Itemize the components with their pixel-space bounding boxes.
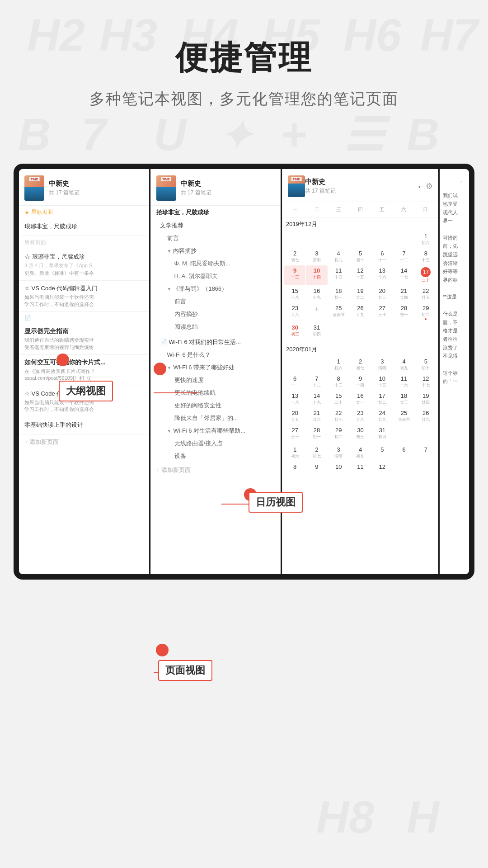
- outline-item[interactable]: 降低来自「邻居家」的...: [151, 412, 281, 425]
- outline-item[interactable]: 设备: [151, 450, 281, 462]
- cal-cell[interactable]: 25圣诞节: [393, 408, 414, 425]
- cal-cell[interactable]: 13十六: [371, 265, 393, 285]
- cal-cell[interactable]: 22廿五: [415, 286, 436, 302]
- cal-cell[interactable]: 28初一: [306, 425, 327, 442]
- cal-cell[interactable]: 4初九: [393, 356, 414, 373]
- cal-cell[interactable]: 16廿一: [350, 391, 371, 407]
- outline-file-item[interactable]: 📄Wi-Fi 6 对我们的日常生活...: [151, 336, 281, 349]
- list-item[interactable]: ☆ VS Code 代码编辑器入门 如果当电脑只能装一个软件还需学习工作时，不知…: [19, 281, 149, 312]
- cal-cell[interactable]: 9十四: [350, 373, 371, 390]
- back-arrow[interactable]: ←: [443, 175, 466, 188]
- cal-cell[interactable]: 23廿六: [284, 303, 305, 322]
- cal-cell[interactable]: [284, 231, 305, 248]
- cal-cell[interactable]: 14十七: [393, 265, 414, 285]
- cal-cell[interactable]: 8: [284, 462, 305, 472]
- cal-cell[interactable]: 4初九: [350, 444, 371, 461]
- cal-cell[interactable]: 21廿六: [306, 408, 327, 425]
- cal-cell[interactable]: 8十三: [415, 248, 436, 265]
- outline-item[interactable]: ▼Wi-Fi 6 对生活有哪些帮助...: [151, 425, 281, 437]
- list-item[interactable]: 琅琊非宝，尺牍成珍: [19, 219, 149, 236]
- cal-cell[interactable]: 5初十: [415, 356, 436, 373]
- cal-cell[interactable]: 17廿二: [371, 391, 393, 407]
- cal-cell[interactable]: 11十六: [393, 373, 414, 390]
- list-item[interactable]: 显示器完全指南 我们通过自己的眼睛感受现实世受着毫无束缚的视野与绚烂缤纷: [19, 324, 149, 355]
- cal-cell[interactable]: 8十三: [328, 373, 349, 390]
- outline-item[interactable]: H. A. 别尔嘉耶夫: [151, 270, 281, 283]
- cal-cell[interactable]: 26廿九: [350, 303, 371, 322]
- cal-cell[interactable]: 13十八: [284, 391, 305, 407]
- cal-cell[interactable]: [306, 356, 327, 373]
- outline-item[interactable]: ▼内容摘抄: [151, 245, 281, 257]
- cal-cell[interactable]: 6: [393, 444, 414, 461]
- cal-cell[interactable]: 12: [371, 462, 393, 472]
- cal-cell[interactable]: 23廿八: [350, 408, 371, 425]
- add-page-button-2[interactable]: + 添加新页面: [151, 462, 281, 478]
- add-page-button-1[interactable]: + 添加新页面: [19, 434, 149, 450]
- cal-cell[interactable]: 7: [415, 444, 436, 461]
- list-item[interactable]: 零基础快读上手的设计: [19, 417, 149, 434]
- cal-cell[interactable]: 18廿一: [328, 286, 349, 302]
- outline-item[interactable]: ▼《罪与罚》（1866）: [151, 283, 281, 295]
- outline-item[interactable]: 更好的网络安全性: [151, 399, 281, 412]
- cal-cell[interactable]: 12十七: [415, 373, 436, 390]
- cal-cell[interactable]: 16十九: [306, 286, 327, 302]
- cal-cell[interactable]: 7十二: [306, 373, 327, 390]
- outline-item[interactable]: 前言: [151, 295, 281, 308]
- cal-cell[interactable]: 1初六: [415, 231, 436, 248]
- cal-cell[interactable]: 10十五: [371, 373, 393, 390]
- cal-cell[interactable]: 9: [306, 462, 327, 472]
- cal-cell[interactable]: 10: [328, 462, 349, 472]
- cal-cell[interactable]: 3清明: [306, 248, 327, 265]
- cal-cell[interactable]: 11: [350, 462, 371, 472]
- cal-cell[interactable]: 18廿三: [393, 391, 414, 407]
- outline-item[interactable]: 无线路由器/接入点: [151, 437, 281, 450]
- cal-cell[interactable]: 6十一: [284, 373, 305, 390]
- cal-cell[interactable]: 29初二: [415, 303, 436, 322]
- cal-add-btn[interactable]: +: [306, 303, 327, 322]
- cal-cell[interactable]: 24廿九: [371, 408, 393, 425]
- cal-cell[interactable]: 29初二: [328, 425, 349, 442]
- outline-item[interactable]: Wi-Fi 6 是什么？: [151, 349, 281, 361]
- cal-cell[interactable]: 22廿七: [328, 408, 349, 425]
- settings-icon[interactable]: ⚙: [426, 181, 433, 191]
- cal-cell[interactable]: 25圣诞节: [328, 303, 349, 322]
- cal-cell[interactable]: [284, 356, 305, 373]
- cal-cell-today[interactable]: 17 二十: [415, 265, 436, 285]
- cal-cell[interactable]: [328, 231, 349, 248]
- cal-cell[interactable]: 14十九: [306, 391, 327, 407]
- outline-item[interactable]: Φ. M. 陀思妥耶夫斯...: [151, 257, 281, 270]
- cal-cell[interactable]: 1初六: [328, 356, 349, 373]
- cal-cell[interactable]: 3清明: [328, 444, 349, 461]
- cal-cell[interactable]: 2初七: [306, 444, 327, 461]
- cal-cell[interactable]: 31初四: [371, 425, 393, 442]
- cal-cell[interactable]: 3清明: [371, 356, 393, 373]
- cal-cell[interactable]: 20廿三: [371, 286, 393, 302]
- cal-cell[interactable]: 27三十: [284, 425, 305, 442]
- cal-cell[interactable]: [350, 231, 371, 248]
- cal-cell[interactable]: 2初七: [284, 248, 305, 265]
- cal-cell[interactable]: 19廿四: [415, 391, 436, 407]
- cal-cell[interactable]: 31初四: [306, 322, 327, 339]
- outline-item[interactable]: 内容摘抄: [151, 308, 281, 321]
- cal-cell[interactable]: 7十二: [393, 248, 414, 265]
- list-item[interactable]: ☆ 琅琊非宝，尺牍成珍 3 月 4 日，苹果发布了《App S 更新。新版《标准…: [19, 249, 149, 281]
- outline-item[interactable]: 阅读总结: [151, 321, 281, 333]
- cal-cell[interactable]: 20廿五: [284, 408, 305, 425]
- cal-cell[interactable]: 9十三: [284, 265, 305, 285]
- cal-cell[interactable]: 2初七: [350, 356, 371, 373]
- back-nav-icon[interactable]: ←: [417, 181, 426, 192]
- cal-cell[interactable]: [371, 231, 393, 248]
- cal-cell[interactable]: 6十一: [371, 248, 393, 265]
- cal-cell[interactable]: 21廿四: [393, 286, 414, 302]
- cal-cell[interactable]: 27三十: [371, 303, 393, 322]
- cal-cell[interactable]: 5: [371, 444, 393, 461]
- cal-cell[interactable]: 10十四: [306, 265, 327, 285]
- outline-item[interactable]: ▼Wi-Fi 6 带来了哪些好处: [151, 361, 281, 374]
- cal-cell[interactable]: 30初三: [350, 425, 371, 442]
- cal-cell[interactable]: [306, 231, 327, 248]
- outline-item[interactable]: 更快的速度: [151, 374, 281, 387]
- cal-cell[interactable]: 26廿九: [415, 408, 436, 425]
- cal-cell[interactable]: 4初九: [328, 248, 349, 265]
- cal-cell[interactable]: 1初六: [284, 444, 305, 461]
- cal-cell[interactable]: 28初一: [393, 303, 414, 322]
